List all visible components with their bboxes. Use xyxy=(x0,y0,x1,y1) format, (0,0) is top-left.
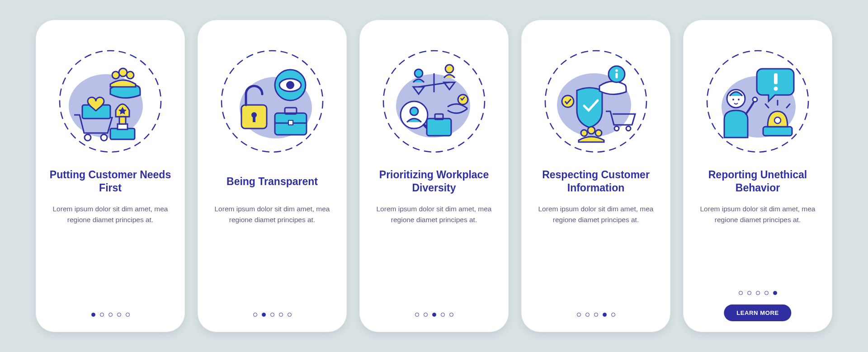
svg-point-53 xyxy=(753,97,757,102)
card-title: Putting Customer Needs First xyxy=(48,168,172,195)
svg-point-43 xyxy=(588,127,595,134)
pagination-dot[interactable] xyxy=(100,313,104,317)
card-title: Prioritizing Workplace Diversity xyxy=(372,168,496,195)
customer-info-icon xyxy=(542,47,650,156)
card-description: Lorem ipsum dolor sit dim amet, mea regi… xyxy=(213,204,331,225)
card-description: Lorem ipsum dolor sit dim amet, mea regi… xyxy=(52,204,169,225)
pagination-dot[interactable] xyxy=(117,313,121,317)
svg-point-55 xyxy=(774,117,781,124)
svg-point-37 xyxy=(562,95,574,107)
pagination-dots xyxy=(198,313,347,317)
pagination-dot[interactable] xyxy=(585,313,590,317)
card-description: Lorem ipsum dolor sit dim amet, mea regi… xyxy=(699,204,816,225)
pagination-dot[interactable] xyxy=(415,313,419,317)
card-title: Reporting Unethical Behavior xyxy=(696,168,820,195)
pagination-dot[interactable] xyxy=(449,313,453,317)
pagination-dot[interactable] xyxy=(739,291,743,295)
svg-rect-4 xyxy=(119,117,126,124)
svg-point-52 xyxy=(738,99,740,100)
svg-rect-15 xyxy=(253,115,255,122)
onboarding-card: Prioritizing Workplace Diversity Lorem i… xyxy=(359,20,509,332)
svg-rect-32 xyxy=(427,119,451,136)
onboarding-card: Respecting Customer Information Lorem ip… xyxy=(521,20,670,332)
svg-point-39 xyxy=(615,69,618,72)
pagination-dot[interactable] xyxy=(577,313,581,317)
pagination-dot[interactable] xyxy=(424,313,428,317)
pagination-dot[interactable] xyxy=(747,291,751,295)
learn-more-button[interactable]: LEARN MORE xyxy=(724,304,791,321)
pagination-dots xyxy=(521,313,670,317)
onboarding-card: Putting Customer Needs First Lorem ipsum… xyxy=(36,20,185,332)
svg-point-41 xyxy=(614,126,619,131)
svg-rect-48 xyxy=(774,73,778,84)
pagination-dots xyxy=(36,313,185,317)
pagination-dot[interactable] xyxy=(126,313,130,317)
pagination-dot[interactable] xyxy=(262,313,266,317)
transparent-icon xyxy=(218,47,326,156)
svg-rect-3 xyxy=(118,124,127,129)
pagination-dot[interactable] xyxy=(603,313,607,317)
pagination-dots xyxy=(359,313,509,317)
svg-point-51 xyxy=(732,99,734,100)
svg-point-7 xyxy=(101,134,107,141)
svg-point-27 xyxy=(415,69,423,77)
pagination-dot[interactable] xyxy=(288,313,292,317)
svg-rect-2 xyxy=(110,128,135,139)
svg-point-30 xyxy=(410,107,418,115)
pagination-dot[interactable] xyxy=(773,291,777,295)
pagination-dot[interactable] xyxy=(432,313,436,317)
svg-rect-40 xyxy=(616,73,618,78)
svg-point-18 xyxy=(286,81,294,89)
svg-point-9 xyxy=(112,71,119,79)
pagination-dot[interactable] xyxy=(279,313,283,317)
card-description: Lorem ipsum dolor sit dim amet, mea regi… xyxy=(537,204,655,225)
svg-point-49 xyxy=(774,87,778,91)
svg-point-6 xyxy=(85,134,91,141)
diversity-icon xyxy=(380,47,488,156)
svg-point-45 xyxy=(595,130,602,136)
pagination-dot[interactable] xyxy=(611,313,615,317)
svg-rect-22 xyxy=(288,120,293,125)
pagination-dot[interactable] xyxy=(764,291,769,295)
pagination-dot[interactable] xyxy=(441,313,445,317)
pagination-dot[interactable] xyxy=(108,313,113,317)
card-description: Lorem ipsum dolor sit dim amet, mea regi… xyxy=(375,204,493,225)
svg-point-44 xyxy=(581,130,587,136)
pagination-dots xyxy=(683,291,832,295)
svg-point-10 xyxy=(127,71,134,79)
card-title: Being Transparent xyxy=(226,168,318,195)
card-title: Respecting Customer Information xyxy=(534,168,658,195)
pagination-dot[interactable] xyxy=(756,291,760,295)
pagination-dot[interactable] xyxy=(594,313,598,317)
pagination-dot[interactable] xyxy=(270,313,274,317)
svg-rect-54 xyxy=(763,127,792,136)
report-unethical-icon xyxy=(703,47,812,156)
svg-point-28 xyxy=(445,65,453,73)
customer-first-icon xyxy=(56,47,165,156)
onboarding-card: Being Transparent Lorem ipsum dolor sit … xyxy=(198,20,347,332)
svg-point-8 xyxy=(119,68,127,76)
pagination-dot[interactable] xyxy=(253,313,257,317)
svg-point-42 xyxy=(626,126,631,131)
pagination-dot[interactable] xyxy=(91,313,95,317)
onboarding-card: Reporting Unethical Behavior Lorem ipsum… xyxy=(683,20,832,332)
